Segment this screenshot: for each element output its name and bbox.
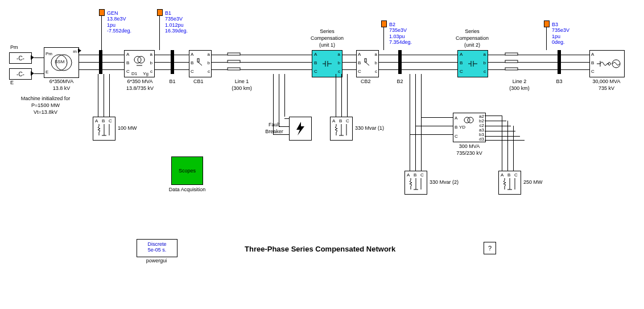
gen-v: 13.8e3V (107, 16, 131, 22)
bus-b2 (398, 50, 402, 74)
scopes-subsystem[interactable]: Scopes (171, 156, 203, 185)
gen-probe-stem (101, 15, 102, 50)
machine-rating: 6*350MVA (39, 79, 84, 84)
breaker-cb1[interactable]: A B C a b c (189, 50, 212, 77)
svg-rect-9 (228, 68, 240, 70)
t1-rating: 6*350 MVA (117, 79, 163, 84)
load-100mw[interactable]: A B C (93, 117, 115, 141)
b1-meas: B1 735e3V 1.012pu 16.39deg. (165, 10, 188, 34)
breaker-cb2[interactable]: A B C a b c (356, 50, 379, 77)
t300-rating: 300 MVA (449, 143, 489, 149)
line2-len: (300 km) (502, 85, 536, 91)
series-comp-2[interactable]: A B C a b c (457, 50, 488, 77)
cap-icon (323, 60, 332, 68)
cb1-label: CB1 (193, 79, 204, 84)
rlc-icon (334, 124, 349, 138)
svg-rect-21 (505, 60, 518, 63)
sc2-l3: (unit 2) (447, 42, 498, 48)
bus-gen (99, 50, 102, 74)
machine-init1: Machine initialized for (11, 96, 80, 101)
load-330mvar-2[interactable]: A B C (404, 171, 427, 195)
machine-e-port: E (46, 69, 48, 75)
machine-init2: P=1500 MW (11, 102, 80, 108)
fault-l1: Fault (263, 122, 286, 127)
machine-m-port: m (73, 49, 77, 54)
b2-probe-flag[interactable] (381, 20, 387, 27)
sc1-l2: Compensation (302, 35, 353, 41)
bus-b1 (171, 50, 174, 74)
svg-rect-14 (365, 59, 366, 62)
breaker-icon (364, 57, 371, 69)
b3-label: B3 (554, 79, 565, 84)
grid-rating: 30,000 MVA (584, 79, 629, 84)
svg-rect-20 (505, 53, 518, 55)
help-label: ? (488, 245, 492, 252)
b3-meas: B3 735e3V 1pu 0deg. (552, 22, 569, 45)
svg-rect-8 (228, 60, 240, 63)
sc2-l1: Series (447, 28, 498, 34)
svg-point-24 (464, 117, 470, 123)
cb2-label: CB2 (361, 79, 371, 84)
svg-line-15 (365, 62, 369, 65)
series-comp-1[interactable]: A B C a b c (312, 50, 342, 77)
load-330mvar-1[interactable]: A B C (330, 117, 353, 141)
fault-l2: Breaker (262, 129, 287, 134)
rlc-icon (408, 178, 423, 192)
svg-line-6 (198, 62, 202, 65)
scopes-under: Data Acquisition (160, 187, 214, 192)
scopes-label: Scopes (179, 168, 196, 174)
t300-voltage: 735/230 kV (449, 150, 489, 156)
pm-constant[interactable]: -C- (9, 52, 32, 64)
e-top-label: E (10, 80, 14, 85)
fault-breaker[interactable] (289, 117, 312, 141)
powergui-block[interactable]: Discrete 5e-05 s. (137, 239, 177, 257)
mvar2-label: 330 Mvar (2) (430, 179, 459, 185)
machine-pm-port: Pm (46, 51, 52, 56)
sc1-l1: Series (302, 28, 353, 34)
gen-deg: -7.552deg. (107, 28, 131, 34)
b3-probe-flag[interactable] (544, 20, 550, 27)
b1-probe-flag[interactable] (157, 9, 163, 16)
svg-rect-7 (228, 53, 240, 55)
xfmr-icon (133, 54, 146, 72)
rlc-icon (502, 178, 517, 192)
b1-label: B1 (167, 79, 178, 84)
gen-probe-flag[interactable] (99, 9, 105, 16)
e-constant[interactable]: -C- (9, 68, 32, 80)
xfmr-icon (464, 116, 474, 125)
grid-source[interactable]: A B C (589, 50, 625, 77)
line1-icon (222, 52, 256, 72)
svg-rect-22 (505, 68, 518, 70)
machine-init3: Vt=13.8kV (11, 109, 80, 115)
transformer-300mva[interactable]: A B C a2 b2 c2 a3 b3 d3 YD (453, 113, 486, 142)
gen-meas: GEN 13.8e3V 1pu -7.552deg. (107, 10, 131, 34)
simulink-canvas: -C- -C- Pm E SSM Pm E m 6*350MVA 13.8 kV… (0, 0, 644, 309)
load100-label: 100 MW (118, 125, 137, 131)
pm-value: -C- (16, 55, 24, 61)
transformer-13p8-735[interactable]: A B C a b c D1 Yg (124, 50, 155, 77)
sc1-l3: (unit 1) (302, 42, 353, 48)
machine-m-arrow (78, 48, 81, 53)
sc2-l2: Compensation (447, 35, 498, 41)
diagram-title: Three-Phase Series Compensated Network (245, 245, 395, 253)
rlc-load-icon (97, 124, 112, 138)
svg-rect-5 (197, 59, 199, 62)
line2-icon (499, 52, 534, 72)
help-button[interactable]: ? (484, 242, 496, 254)
synchronous-machine[interactable]: SSM Pm E m (44, 47, 79, 78)
pg-label: powergui (137, 258, 176, 263)
e-value: -C- (16, 71, 24, 77)
line1-len: (300 km) (225, 85, 259, 91)
pg-mode: Discrete (137, 241, 177, 247)
mvar1-label: 330 Mvar (1) (355, 125, 384, 131)
source-icon (597, 59, 622, 69)
machine-inner-label: SSM (55, 59, 64, 64)
grid-voltage: 735 kV (584, 85, 629, 91)
pm-top-label: Pm (10, 44, 18, 50)
b2-label: B2 (394, 79, 406, 84)
pg-ts: 5e-05 s. (137, 247, 177, 253)
load250-label: 250 MW (523, 179, 543, 185)
load-250mw[interactable]: A B C (498, 171, 521, 195)
svg-point-25 (468, 117, 473, 123)
lightning-icon (294, 122, 307, 135)
